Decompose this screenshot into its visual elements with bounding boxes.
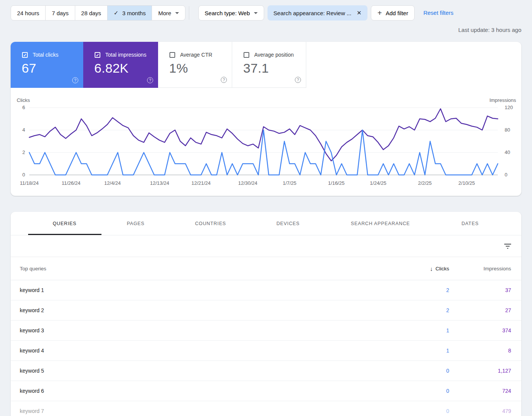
clicks-cell: 2 xyxy=(400,287,449,293)
y-axis-tick-label: 0 xyxy=(11,172,25,178)
clicks-cell: 0 xyxy=(400,368,449,374)
metric-label: Average position xyxy=(254,52,294,58)
tab-search-appearance[interactable]: SEARCH APPEARANCE xyxy=(351,212,410,235)
impressions-cell: 8 xyxy=(449,348,521,354)
metric-label: Total impressions xyxy=(105,52,146,58)
y-axis-tick-label: 4 xyxy=(11,127,25,133)
tab-devices[interactable]: DEVICES xyxy=(276,212,299,235)
checkbox-checked-icon[interactable]: ✓ xyxy=(95,52,100,58)
vertical-divider xyxy=(189,6,189,20)
clicks-cell: 1 xyxy=(400,327,449,333)
checkbox-checked-icon[interactable]: ✓ xyxy=(22,52,28,58)
table-row: keyword 2 2 27 xyxy=(11,300,521,321)
impressions-line xyxy=(29,109,498,161)
y-axis-tick-label: 80 xyxy=(505,127,524,133)
search-type-dropdown[interactable]: Search type: Web xyxy=(198,5,264,21)
metric-value: 1% xyxy=(169,61,232,76)
more-label: More xyxy=(158,10,171,16)
dimensions-table-card: QUERIES PAGES COUNTRIES DEVICES SEARCH A… xyxy=(11,212,521,416)
query-cell[interactable]: keyword 1 xyxy=(11,287,400,293)
date-range-7-days[interactable]: 7 days xyxy=(45,5,75,21)
search-type-label: Search type: Web xyxy=(205,10,250,16)
impressions-cell: 724 xyxy=(449,388,521,394)
add-filter-button[interactable]: +Add filter xyxy=(371,5,415,21)
dimension-column-header: Top queries xyxy=(11,266,400,272)
date-range-label: 3 months xyxy=(122,10,146,16)
table-row: keyword 5 0 1,127 xyxy=(11,361,521,381)
query-cell[interactable]: keyword 2 xyxy=(11,307,400,313)
dimension-tabs: QUERIES PAGES COUNTRIES DEVICES SEARCH A… xyxy=(11,212,521,235)
date-range-label: 28 days xyxy=(81,10,101,16)
clicks-cell: 1 xyxy=(400,348,449,354)
metric-average-ctr[interactable]: Average CTR 1% ? xyxy=(158,42,232,88)
tab-countries[interactable]: COUNTRIES xyxy=(195,212,226,235)
y-axis-tick-label: 120 xyxy=(505,105,524,110)
tab-queries[interactable]: QUERIES xyxy=(53,212,77,235)
help-icon[interactable]: ? xyxy=(295,77,301,83)
metric-total-impressions[interactable]: ✓ Total impressions 6.82K ? xyxy=(83,42,158,88)
filter-icon[interactable] xyxy=(504,243,511,249)
help-icon[interactable]: ? xyxy=(221,77,227,83)
table-header-row: Top queries ↓Clicks Impressions xyxy=(11,257,521,280)
check-icon: ✓ xyxy=(114,10,119,16)
checkbox-unchecked-icon[interactable] xyxy=(244,52,249,58)
query-cell[interactable]: keyword 4 xyxy=(11,348,400,354)
plus-icon: + xyxy=(377,9,382,17)
more-button[interactable]: More xyxy=(152,5,185,21)
impressions-cell: 27 xyxy=(449,307,521,313)
y-axis-tick-label: 6 xyxy=(11,105,25,110)
metric-label: Average CTR xyxy=(180,52,212,58)
chevron-down-icon xyxy=(175,12,179,14)
right-axis-title: Impressions xyxy=(489,97,516,103)
date-range-label: 7 days xyxy=(52,10,68,16)
chevron-down-icon xyxy=(254,12,258,14)
y-axis-tick-label: 2 xyxy=(11,149,25,155)
date-range-3-months[interactable]: ✓3 months xyxy=(107,5,152,21)
query-cell[interactable]: keyword 5 xyxy=(11,368,400,374)
close-icon[interactable]: ✕ xyxy=(357,10,362,16)
impressions-column-header[interactable]: Impressions xyxy=(449,266,521,272)
query-cell[interactable]: keyword 3 xyxy=(11,327,400,333)
clicks-cell: 0 xyxy=(400,408,449,414)
chip-label: Search appearance: Review ... xyxy=(274,10,352,16)
date-range-28-days[interactable]: 28 days xyxy=(75,5,108,21)
reset-filters-link[interactable]: Reset filters xyxy=(423,5,453,21)
clicks-cell: 2 xyxy=(400,307,449,313)
clicks-column-header[interactable]: ↓Clicks xyxy=(400,265,449,272)
sort-descending-icon: ↓ xyxy=(430,265,433,272)
table-row: keyword 1 2 37 xyxy=(11,280,521,300)
search-console-performance-page: 24 hours 7 days 28 days ✓3 months More S… xyxy=(0,0,532,416)
table-row: keyword 3 1 374 xyxy=(11,321,521,341)
add-filter-label: Add filter xyxy=(386,10,408,16)
search-appearance-filter-chip[interactable]: Search appearance: Review ...✕ xyxy=(268,5,368,21)
filter-bar: 24 hours 7 days 28 days ✓3 months More S… xyxy=(11,5,453,21)
metric-cards: ✓ Total clicks 67 ? ✓ Total impressions … xyxy=(11,42,521,88)
metric-total-clicks[interactable]: ✓ Total clicks 67 ? xyxy=(11,42,83,88)
tab-pages[interactable]: PAGES xyxy=(127,212,145,235)
table-row: keyword 7 0 479 xyxy=(11,401,521,416)
date-range-24-hours[interactable]: 24 hours xyxy=(11,5,46,21)
query-cell[interactable]: keyword 6 xyxy=(11,388,400,394)
metric-value: 67 xyxy=(22,61,83,76)
last-update-text: Last update: 3 hours ago xyxy=(458,27,521,33)
metric-label: Total clicks xyxy=(33,52,59,58)
metric-average-position[interactable]: Average position 37.1 ? xyxy=(232,42,306,88)
query-cell[interactable]: keyword 7 xyxy=(11,408,400,414)
date-range-group: 24 hours 7 days 28 days ✓3 months More xyxy=(11,5,185,21)
impressions-cell: 1,127 xyxy=(449,368,521,374)
table-toolbar xyxy=(11,235,521,257)
checkbox-unchecked-icon[interactable] xyxy=(169,52,175,58)
y-axis-tick-label: 40 xyxy=(505,149,524,155)
clicks-cell: 0 xyxy=(400,388,449,394)
active-tab-underline xyxy=(28,234,101,235)
tab-dates[interactable]: DATES xyxy=(461,212,478,235)
metric-value: 6.82K xyxy=(94,61,158,76)
y-axis-tick-label: 0 xyxy=(505,172,524,178)
table-row: keyword 4 1 8 xyxy=(11,341,521,361)
performance-overview-card: ✓ Total clicks 67 ? ✓ Total impressions … xyxy=(11,42,521,196)
help-icon[interactable]: ? xyxy=(147,77,153,83)
date-range-label: 24 hours xyxy=(17,10,39,16)
help-icon[interactable]: ? xyxy=(72,77,78,83)
impressions-cell: 479 xyxy=(449,408,521,414)
left-axis-title: Clicks xyxy=(17,97,30,103)
